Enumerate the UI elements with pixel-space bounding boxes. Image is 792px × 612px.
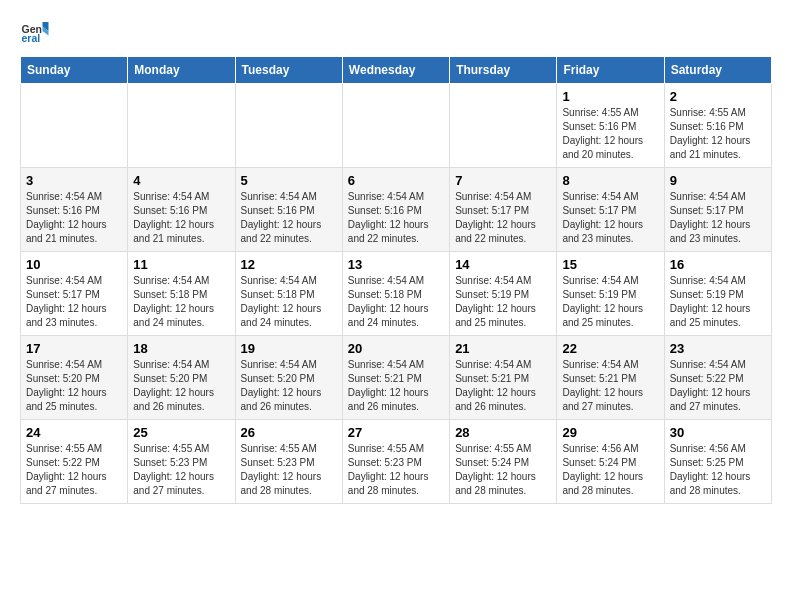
column-header-monday: Monday xyxy=(128,57,235,84)
calendar-cell xyxy=(450,84,557,168)
logo: Gen eral xyxy=(20,16,54,46)
day-info: Sunrise: 4:54 AM Sunset: 5:16 PM Dayligh… xyxy=(348,190,444,246)
calendar-cell: 3Sunrise: 4:54 AM Sunset: 5:16 PM Daylig… xyxy=(21,168,128,252)
calendar-cell: 22Sunrise: 4:54 AM Sunset: 5:21 PM Dayli… xyxy=(557,336,664,420)
calendar-cell: 8Sunrise: 4:54 AM Sunset: 5:17 PM Daylig… xyxy=(557,168,664,252)
day-number: 2 xyxy=(670,89,766,104)
page: Gen eral SundayMondayTuesdayWednesdayThu… xyxy=(0,0,792,520)
day-info: Sunrise: 4:54 AM Sunset: 5:16 PM Dayligh… xyxy=(26,190,122,246)
day-number: 20 xyxy=(348,341,444,356)
day-info: Sunrise: 4:55 AM Sunset: 5:23 PM Dayligh… xyxy=(241,442,337,498)
day-number: 23 xyxy=(670,341,766,356)
column-header-saturday: Saturday xyxy=(664,57,771,84)
calendar-week-0: 1Sunrise: 4:55 AM Sunset: 5:16 PM Daylig… xyxy=(21,84,772,168)
calendar-cell: 13Sunrise: 4:54 AM Sunset: 5:18 PM Dayli… xyxy=(342,252,449,336)
day-number: 8 xyxy=(562,173,658,188)
calendar-cell: 27Sunrise: 4:55 AM Sunset: 5:23 PM Dayli… xyxy=(342,420,449,504)
day-number: 6 xyxy=(348,173,444,188)
day-info: Sunrise: 4:55 AM Sunset: 5:23 PM Dayligh… xyxy=(348,442,444,498)
day-info: Sunrise: 4:54 AM Sunset: 5:19 PM Dayligh… xyxy=(455,274,551,330)
day-number: 28 xyxy=(455,425,551,440)
calendar-cell: 15Sunrise: 4:54 AM Sunset: 5:19 PM Dayli… xyxy=(557,252,664,336)
day-info: Sunrise: 4:54 AM Sunset: 5:19 PM Dayligh… xyxy=(562,274,658,330)
calendar-cell: 21Sunrise: 4:54 AM Sunset: 5:21 PM Dayli… xyxy=(450,336,557,420)
day-info: Sunrise: 4:55 AM Sunset: 5:22 PM Dayligh… xyxy=(26,442,122,498)
day-number: 9 xyxy=(670,173,766,188)
calendar-cell: 29Sunrise: 4:56 AM Sunset: 5:24 PM Dayli… xyxy=(557,420,664,504)
calendar-cell: 26Sunrise: 4:55 AM Sunset: 5:23 PM Dayli… xyxy=(235,420,342,504)
day-number: 7 xyxy=(455,173,551,188)
day-info: Sunrise: 4:54 AM Sunset: 5:22 PM Dayligh… xyxy=(670,358,766,414)
column-header-friday: Friday xyxy=(557,57,664,84)
day-number: 4 xyxy=(133,173,229,188)
day-info: Sunrise: 4:54 AM Sunset: 5:18 PM Dayligh… xyxy=(133,274,229,330)
calendar-cell: 12Sunrise: 4:54 AM Sunset: 5:18 PM Dayli… xyxy=(235,252,342,336)
day-number: 3 xyxy=(26,173,122,188)
day-number: 26 xyxy=(241,425,337,440)
day-info: Sunrise: 4:54 AM Sunset: 5:21 PM Dayligh… xyxy=(562,358,658,414)
day-info: Sunrise: 4:54 AM Sunset: 5:21 PM Dayligh… xyxy=(348,358,444,414)
day-info: Sunrise: 4:54 AM Sunset: 5:17 PM Dayligh… xyxy=(670,190,766,246)
day-info: Sunrise: 4:56 AM Sunset: 5:24 PM Dayligh… xyxy=(562,442,658,498)
day-info: Sunrise: 4:54 AM Sunset: 5:20 PM Dayligh… xyxy=(133,358,229,414)
day-number: 5 xyxy=(241,173,337,188)
day-info: Sunrise: 4:54 AM Sunset: 5:20 PM Dayligh… xyxy=(26,358,122,414)
calendar-cell: 1Sunrise: 4:55 AM Sunset: 5:16 PM Daylig… xyxy=(557,84,664,168)
day-number: 18 xyxy=(133,341,229,356)
calendar-cell xyxy=(235,84,342,168)
calendar-cell: 7Sunrise: 4:54 AM Sunset: 5:17 PM Daylig… xyxy=(450,168,557,252)
svg-text:eral: eral xyxy=(22,32,41,44)
calendar-cell: 24Sunrise: 4:55 AM Sunset: 5:22 PM Dayli… xyxy=(21,420,128,504)
calendar-cell: 4Sunrise: 4:54 AM Sunset: 5:16 PM Daylig… xyxy=(128,168,235,252)
column-header-thursday: Thursday xyxy=(450,57,557,84)
calendar-week-1: 3Sunrise: 4:54 AM Sunset: 5:16 PM Daylig… xyxy=(21,168,772,252)
day-info: Sunrise: 4:55 AM Sunset: 5:16 PM Dayligh… xyxy=(562,106,658,162)
calendar-header-row: SundayMondayTuesdayWednesdayThursdayFrid… xyxy=(21,57,772,84)
calendar-cell: 25Sunrise: 4:55 AM Sunset: 5:23 PM Dayli… xyxy=(128,420,235,504)
day-number: 16 xyxy=(670,257,766,272)
calendar-cell: 17Sunrise: 4:54 AM Sunset: 5:20 PM Dayli… xyxy=(21,336,128,420)
calendar-week-4: 24Sunrise: 4:55 AM Sunset: 5:22 PM Dayli… xyxy=(21,420,772,504)
day-number: 13 xyxy=(348,257,444,272)
calendar-cell xyxy=(21,84,128,168)
day-info: Sunrise: 4:54 AM Sunset: 5:17 PM Dayligh… xyxy=(562,190,658,246)
day-info: Sunrise: 4:54 AM Sunset: 5:17 PM Dayligh… xyxy=(455,190,551,246)
day-info: Sunrise: 4:54 AM Sunset: 5:18 PM Dayligh… xyxy=(241,274,337,330)
day-info: Sunrise: 4:54 AM Sunset: 5:16 PM Dayligh… xyxy=(133,190,229,246)
calendar-cell: 5Sunrise: 4:54 AM Sunset: 5:16 PM Daylig… xyxy=(235,168,342,252)
day-number: 14 xyxy=(455,257,551,272)
calendar-cell xyxy=(128,84,235,168)
day-number: 22 xyxy=(562,341,658,356)
day-number: 15 xyxy=(562,257,658,272)
calendar-cell: 14Sunrise: 4:54 AM Sunset: 5:19 PM Dayli… xyxy=(450,252,557,336)
day-info: Sunrise: 4:54 AM Sunset: 5:20 PM Dayligh… xyxy=(241,358,337,414)
calendar-cell: 10Sunrise: 4:54 AM Sunset: 5:17 PM Dayli… xyxy=(21,252,128,336)
day-number: 29 xyxy=(562,425,658,440)
day-info: Sunrise: 4:55 AM Sunset: 5:23 PM Dayligh… xyxy=(133,442,229,498)
calendar-cell: 23Sunrise: 4:54 AM Sunset: 5:22 PM Dayli… xyxy=(664,336,771,420)
day-info: Sunrise: 4:56 AM Sunset: 5:25 PM Dayligh… xyxy=(670,442,766,498)
day-number: 11 xyxy=(133,257,229,272)
day-number: 21 xyxy=(455,341,551,356)
column-header-wednesday: Wednesday xyxy=(342,57,449,84)
day-number: 30 xyxy=(670,425,766,440)
calendar-cell: 6Sunrise: 4:54 AM Sunset: 5:16 PM Daylig… xyxy=(342,168,449,252)
calendar-cell: 2Sunrise: 4:55 AM Sunset: 5:16 PM Daylig… xyxy=(664,84,771,168)
day-info: Sunrise: 4:55 AM Sunset: 5:24 PM Dayligh… xyxy=(455,442,551,498)
day-info: Sunrise: 4:54 AM Sunset: 5:21 PM Dayligh… xyxy=(455,358,551,414)
logo-icon: Gen eral xyxy=(20,16,50,46)
day-info: Sunrise: 4:54 AM Sunset: 5:17 PM Dayligh… xyxy=(26,274,122,330)
calendar-cell: 16Sunrise: 4:54 AM Sunset: 5:19 PM Dayli… xyxy=(664,252,771,336)
calendar-cell: 9Sunrise: 4:54 AM Sunset: 5:17 PM Daylig… xyxy=(664,168,771,252)
calendar-week-3: 17Sunrise: 4:54 AM Sunset: 5:20 PM Dayli… xyxy=(21,336,772,420)
calendar-cell: 30Sunrise: 4:56 AM Sunset: 5:25 PM Dayli… xyxy=(664,420,771,504)
calendar-cell: 11Sunrise: 4:54 AM Sunset: 5:18 PM Dayli… xyxy=(128,252,235,336)
calendar-cell: 18Sunrise: 4:54 AM Sunset: 5:20 PM Dayli… xyxy=(128,336,235,420)
calendar-table: SundayMondayTuesdayWednesdayThursdayFrid… xyxy=(20,56,772,504)
column-header-sunday: Sunday xyxy=(21,57,128,84)
calendar-week-2: 10Sunrise: 4:54 AM Sunset: 5:17 PM Dayli… xyxy=(21,252,772,336)
day-number: 17 xyxy=(26,341,122,356)
day-number: 1 xyxy=(562,89,658,104)
header: Gen eral xyxy=(20,16,772,46)
day-number: 19 xyxy=(241,341,337,356)
